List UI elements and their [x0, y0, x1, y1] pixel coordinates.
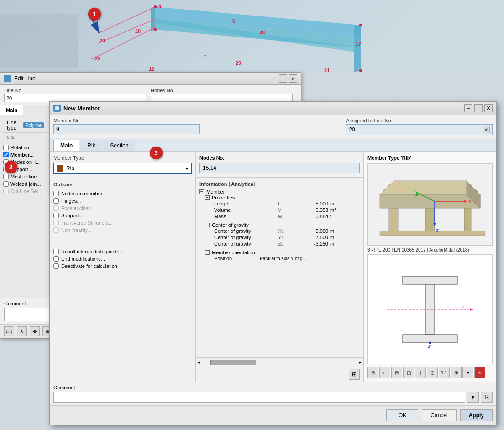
nm-tab-rib[interactable]: Rib [80, 140, 102, 151]
nm-titlebar: New Member − □ ✕ [50, 102, 496, 115]
sidebar-item-welded[interactable]: Welded join... [3, 180, 47, 188]
position-value: Parallel to axis Y of gl... [260, 256, 360, 261]
sidebar-item-rotation[interactable]: Rotation [3, 144, 47, 151]
assigned-line-clear-btn[interactable]: ✕ [483, 126, 490, 133]
nm-apply-btn[interactable]: Apply [460, 409, 493, 421]
member-checkbox[interactable] [3, 152, 9, 157]
right-tool-btn-1[interactable]: ⊞ [368, 367, 378, 378]
eccentricities-check [53, 205, 59, 211]
scroll-left-btn[interactable]: ◄ [197, 360, 201, 365]
end-modifications-label: End modifications... [61, 256, 105, 262]
option-result-intermediate[interactable]: Result intermediate points... [53, 248, 192, 255]
nm-comment-input[interactable] [53, 392, 465, 403]
nm-comment-dropdown-btn[interactable]: ▾ [467, 392, 479, 403]
cog-yc-value: -7.500 [292, 235, 328, 240]
result-intermediate-check[interactable] [53, 249, 59, 254]
nm-comment-copy-btn[interactable]: ⎘ [481, 392, 493, 403]
nm-comment-section: Comment ▾ ⎘ [50, 382, 496, 405]
option-support[interactable]: Support... [53, 212, 192, 219]
assigned-line-value[interactable]: 20 ✕ [346, 124, 493, 135]
edit-line-title: Edit Line [14, 75, 36, 82]
right-tool-btn-3[interactable]: ⊟ [391, 367, 402, 378]
nm-tab-section[interactable]: Section [103, 140, 135, 151]
nm-tab-main[interactable]: Main [53, 140, 79, 151]
cog-zc-unit: m [330, 241, 351, 246]
svg-marker-24 [464, 208, 471, 233]
nm-nodes-label: Nodes No. [200, 155, 360, 161]
nm-cancel-btn[interactable]: Cancel [422, 409, 456, 421]
length-value: 5.000 [292, 201, 328, 206]
nm-ok-btn[interactable]: OK [386, 409, 418, 421]
member-type-text: Rib [66, 165, 74, 172]
middle-tool-btn[interactable]: ⊞ [349, 369, 360, 380]
hinges-check[interactable] [53, 198, 59, 204]
cog-zc-value: -3.250 [292, 241, 328, 246]
toolbar-icon-00[interactable]: 0.0 [4, 326, 14, 336]
right-tool-btn-6[interactable]: ⌶ [427, 367, 438, 378]
cog-yc-symbol: Yc [278, 235, 292, 240]
scroll-right-btn[interactable]: ► [358, 360, 362, 365]
properties-tree-label: Properties [212, 195, 235, 200]
option-hinges[interactable]: Hinges... [53, 197, 192, 205]
vp-num-14: 14 [156, 4, 161, 9]
assigned-line-label: Assigned to Line No. [346, 118, 493, 123]
edit-line-close-btn[interactable]: ✕ [289, 74, 297, 83]
tab-main[interactable]: Main [0, 105, 23, 115]
end-modifications-check[interactable] [53, 256, 59, 262]
right-tool-btn-8[interactable]: ⊞ [451, 367, 462, 378]
deactivate-check[interactable] [53, 263, 59, 269]
edit-line-icon [4, 75, 11, 82]
right-tool-btn-7[interactable]: 1.1 [439, 367, 450, 378]
right-tool-btn-10[interactable]: ✕ [474, 367, 485, 378]
properties-expand-icon[interactable]: − [205, 195, 210, 200]
option-end-modifications[interactable]: End modifications... [53, 255, 192, 262]
member-no-value[interactable]: 9 [53, 124, 200, 134]
nm-header-fields: Member No. 9 Assigned to Line No. 20 ✕ [50, 115, 496, 138]
nm-nodes-value[interactable] [200, 163, 360, 173]
mesh-label: Mesh refine... [10, 174, 41, 179]
volume-label: Volume [214, 207, 278, 213]
welded-checkbox[interactable] [3, 181, 9, 187]
nm-close-btn[interactable]: ✕ [484, 104, 493, 112]
annotation-2: 2 [5, 161, 17, 173]
right-tool-btn-4[interactable]: ◫ [403, 367, 414, 378]
member-expand-icon[interactable]: − [200, 189, 204, 194]
nm-right-toolbar: ⊞ □ ⊟ ◫ | ⌶ 1.1 ⊞ ▾ ✕ [368, 367, 493, 378]
sidebar-item-cutline: Cut Line Set... [3, 188, 47, 195]
edit-line-maximize-btn[interactable]: □ [279, 74, 287, 83]
nm-action-row: OK Cancel Apply [50, 405, 496, 425]
rotation-checkbox[interactable] [3, 145, 9, 150]
cutline-label: Cut Line Set... [10, 189, 42, 194]
option-nodes-on-member[interactable]: Nodes on member [53, 190, 192, 197]
right-tool-btn-2[interactable]: □ [379, 367, 390, 378]
mass-label: Mass [214, 214, 278, 219]
svg-text:x: x [468, 198, 472, 204]
right-tool-btn-5[interactable]: | [415, 367, 426, 378]
cog-yc-label: Center of gravity [214, 235, 278, 240]
cog-xc-symbol: Xc [278, 228, 292, 234]
sidebar-item-member[interactable]: Member... [3, 151, 47, 158]
svg-point-18 [55, 106, 59, 110]
info-tree: − Member − Properties [200, 189, 360, 262]
nodes-on-member-check[interactable] [53, 191, 59, 196]
orient-expand-icon[interactable]: − [205, 250, 210, 255]
cog-expand-icon[interactable]: − [205, 223, 210, 227]
welded-label: Welded join... [10, 181, 41, 187]
member-type-select[interactable]: Rib ▾ [53, 163, 192, 174]
toolbar-icon-move[interactable]: ✥ [30, 326, 40, 336]
nm-minimize-btn[interactable]: − [464, 104, 472, 112]
horizontal-scrollbar[interactable]: ◄ ► [196, 357, 363, 367]
mesh-checkbox[interactable] [3, 174, 9, 179]
right-tool-btn-9[interactable]: ▾ [462, 367, 473, 378]
info-title: Information | Analytical [200, 181, 360, 187]
option-deactivate[interactable]: Deactivate for calculation [53, 262, 192, 270]
vp-num-29: 29 [236, 60, 241, 66]
support-option-check[interactable] [53, 213, 59, 218]
toolbar-icon-cursor[interactable]: ↖ [17, 326, 27, 336]
section-view: y z [368, 254, 493, 364]
nonlinearity-label: Nonlinearity... [61, 227, 91, 233]
scroll-thumb[interactable] [210, 360, 256, 365]
nm-maximize-btn[interactable]: □ [474, 104, 483, 112]
nm-comment-label: Comment [53, 385, 493, 390]
sidebar-item-mesh[interactable]: Mesh refine... [3, 173, 47, 180]
